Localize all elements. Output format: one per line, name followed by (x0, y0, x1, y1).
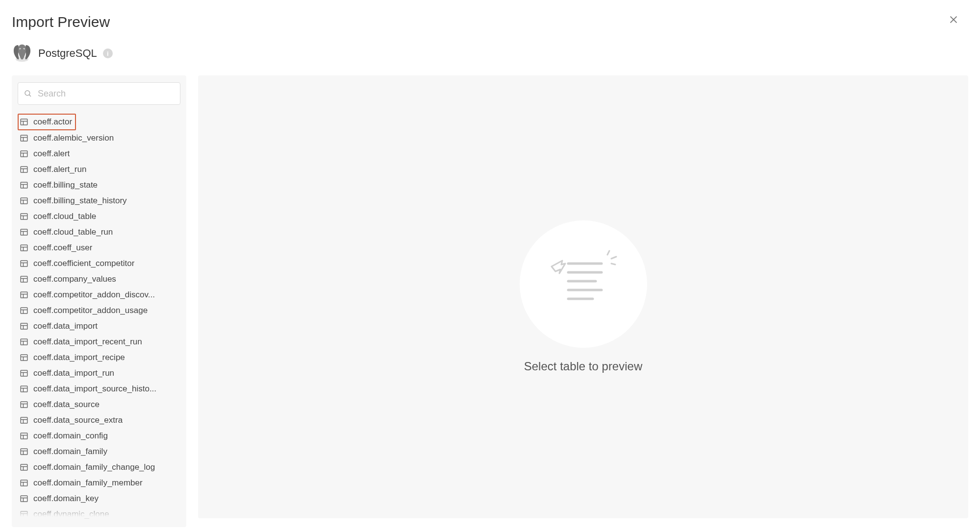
table-icon (20, 134, 28, 143)
table-item-label: coeff.data_import_recipe (33, 353, 125, 362)
table-item[interactable]: coeff.data_import_run (18, 365, 180, 381)
table-icon (20, 432, 28, 440)
table-item[interactable]: coeff.actor (18, 114, 76, 130)
table-item[interactable]: coeff.data_import_source_histo... (18, 381, 180, 397)
table-item[interactable]: coeff.coefficient_competitor (18, 256, 180, 271)
table-item[interactable]: coeff.alert_run (18, 162, 180, 177)
info-icon[interactable]: i (103, 48, 113, 58)
table-item[interactable]: coeff.coeff_user (18, 240, 180, 256)
table-icon (20, 165, 28, 174)
table-icon (20, 259, 28, 268)
table-icon (20, 385, 28, 393)
table-item[interactable]: coeff.competitor_addon_usage (18, 303, 180, 318)
table-icon (20, 510, 28, 519)
table-item-label: coeff.domain_family_member (33, 478, 143, 488)
table-item-label: coeff.cloud_table_run (33, 227, 113, 237)
table-item-label: coeff.domain_family (33, 447, 107, 457)
svg-rect-33 (21, 245, 27, 251)
table-item[interactable]: coeff.domain_family_member (18, 475, 180, 491)
svg-line-94 (611, 264, 615, 265)
table-item[interactable]: coeff.alembic_version (18, 130, 180, 146)
svg-rect-36 (21, 261, 27, 266)
table-item-label: coeff.billing_state (33, 180, 98, 190)
table-item[interactable]: coeff.domain_family (18, 444, 180, 459)
table-icon (20, 416, 28, 425)
page-title: Import Preview (12, 14, 968, 30)
svg-rect-9 (21, 119, 27, 125)
table-icon (20, 228, 28, 237)
table-item-label: coeff.data_import_run (33, 368, 114, 378)
table-item[interactable]: coeff.cloud_table_run (18, 224, 180, 240)
table-icon (20, 243, 28, 252)
svg-rect-57 (21, 370, 27, 376)
svg-rect-51 (21, 339, 27, 345)
table-item[interactable]: coeff.data_import (18, 318, 180, 334)
table-icon (20, 369, 28, 378)
table-item[interactable]: coeff.alert (18, 146, 180, 162)
table-item-label: coeff.data_import_source_histo... (33, 384, 156, 394)
table-icon (20, 181, 28, 190)
svg-rect-54 (21, 355, 27, 361)
table-item-label: coeff.coefficient_competitor (33, 259, 134, 268)
svg-line-8 (29, 95, 31, 97)
table-item[interactable]: coeff.billing_state_history (18, 193, 180, 209)
svg-line-93 (611, 257, 616, 259)
table-item[interactable]: coeff.billing_state (18, 177, 180, 193)
table-item-label: coeff.cloud_table (33, 212, 96, 221)
svg-rect-30 (21, 229, 27, 235)
svg-rect-24 (21, 198, 27, 204)
search-input[interactable] (18, 82, 180, 105)
table-icon (20, 306, 28, 315)
table-item[interactable]: coeff.company_values (18, 271, 180, 287)
table-item[interactable]: coeff.data_source (18, 397, 180, 412)
table-item[interactable]: coeff.domain_config (18, 428, 180, 444)
close-button[interactable] (947, 14, 960, 27)
search-field-wrap (18, 82, 180, 105)
svg-rect-18 (21, 167, 27, 172)
data-source-name: PostgreSQL (38, 47, 97, 60)
close-icon (948, 14, 959, 27)
table-item-label: coeff.data_import (33, 321, 98, 331)
table-icon (20, 353, 28, 362)
table-icon (20, 322, 28, 331)
table-item-label: coeff.alert (33, 149, 70, 159)
svg-line-92 (607, 251, 609, 255)
table-icon (20, 290, 28, 299)
svg-rect-78 (21, 480, 27, 486)
data-source-row: PostgreSQL i (0, 34, 980, 75)
import-preview-dialog: Import Preview (0, 0, 980, 531)
table-item[interactable]: coeff.data_import_recent_run (18, 334, 180, 350)
table-icon (20, 275, 28, 284)
table-item[interactable]: coeff.data_import_recipe (18, 350, 180, 365)
table-item[interactable]: coeff.domain_key (18, 491, 180, 507)
table-item-label: coeff.alembic_version (33, 133, 114, 143)
table-icon (20, 196, 28, 205)
svg-rect-66 (21, 417, 27, 423)
table-icon (20, 400, 28, 409)
svg-point-6 (24, 48, 24, 49)
table-item[interactable]: coeff.data_source_extra (18, 412, 180, 428)
svg-rect-45 (21, 308, 27, 314)
content-area: coeff.actorcoeff.alembic_versioncoeff.al… (0, 75, 980, 530)
empty-state-text: Select table to preview (524, 360, 642, 373)
table-item[interactable]: coeff.cloud_table (18, 209, 180, 224)
preview-panel: Select table to preview (198, 75, 968, 518)
table-item[interactable]: coeff.dynamic_clone (18, 507, 180, 522)
table-item-label: coeff.coeff_user (33, 243, 92, 253)
table-list[interactable]: coeff.actorcoeff.alembic_versioncoeff.al… (18, 114, 180, 527)
table-icon (20, 338, 28, 346)
table-item[interactable]: coeff.competitor_addon_discov... (18, 287, 180, 303)
sidebar: coeff.actorcoeff.alembic_versioncoeff.al… (12, 75, 186, 518)
table-item-label: coeff.domain_config (33, 431, 108, 441)
table-icon (20, 447, 28, 456)
svg-rect-84 (21, 511, 27, 517)
table-item-label: coeff.data_source (33, 400, 100, 410)
table-item-label: coeff.domain_key (33, 494, 99, 504)
svg-rect-27 (21, 214, 27, 219)
table-icon (20, 212, 28, 221)
table-item-label: coeff.alert_run (33, 165, 86, 174)
svg-point-7 (25, 91, 30, 96)
table-item[interactable]: coeff.domain_family_change_log (18, 459, 180, 475)
table-item-label: coeff.domain_family_change_log (33, 462, 155, 472)
table-icon (20, 494, 28, 503)
